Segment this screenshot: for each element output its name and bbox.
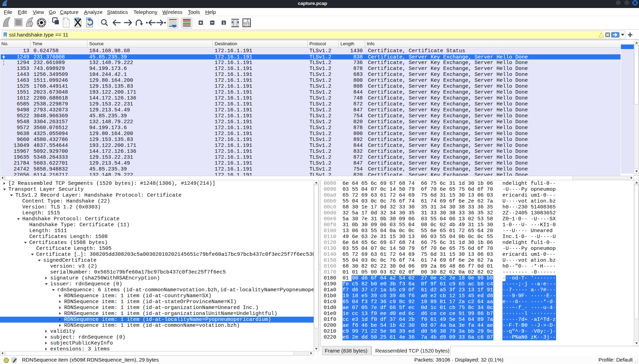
svg-text:1: 1 (223, 21, 225, 25)
svg-text:2: 2 (244, 23, 246, 27)
svg-text:3: 3 (248, 23, 250, 27)
svg-text:1: 1 (247, 19, 249, 23)
